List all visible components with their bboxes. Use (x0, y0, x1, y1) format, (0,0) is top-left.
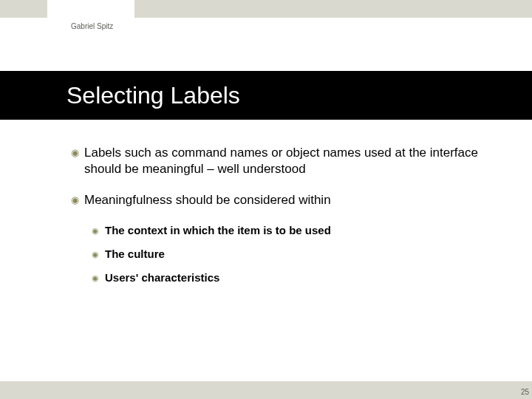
bullseye-icon: ◉ (92, 270, 105, 285)
bullet-text: Users' characteristics (105, 270, 485, 285)
author-label: Gabriel Spitz (71, 22, 113, 30)
title-bar: Selecting Labels (0, 71, 532, 120)
bullet-text: The culture (105, 247, 485, 262)
sub-bullet-item: ◉ The context in which the item is to be… (92, 223, 485, 238)
bullseye-icon: ◉ (71, 192, 84, 208)
bullseye-icon: ◉ (92, 247, 105, 262)
slide: Gabriel Spitz Selecting Labels ◉ Labels … (0, 0, 532, 399)
content-area: ◉ Labels such as command names or object… (71, 145, 485, 294)
bullseye-icon: ◉ (92, 223, 105, 238)
sub-bullet-item: ◉ The culture (92, 247, 485, 262)
bullet-item: ◉ Labels such as command names or object… (71, 145, 485, 177)
bullseye-icon: ◉ (71, 145, 84, 161)
bullet-text: Meaningfulness should be considered with… (84, 192, 485, 208)
bottom-bar: 25 (0, 381, 532, 399)
bullet-text: Labels such as command names or object n… (84, 145, 485, 177)
page-number: 25 (521, 388, 529, 396)
bullet-text: The context in which the item is to be u… (105, 223, 485, 238)
slide-title: Selecting Labels (66, 82, 240, 109)
sub-bullet-item: ◉ Users' characteristics (92, 270, 485, 285)
bullet-item: ◉ Meaningfulness should be considered wi… (71, 192, 485, 208)
